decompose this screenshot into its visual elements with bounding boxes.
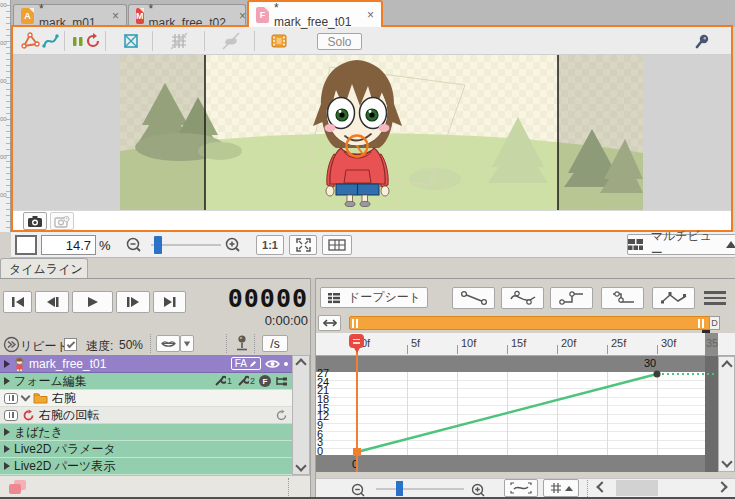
eye-icon[interactable]	[265, 359, 280, 369]
camera-timer-icon	[54, 215, 70, 228]
expander-icon[interactable]	[4, 445, 10, 453]
close-icon[interactable]: ×	[239, 9, 246, 23]
animation-curve[interactable]	[316, 350, 717, 475]
tracks-scrollbar[interactable]	[292, 355, 310, 475]
camera-timer-button[interactable]	[50, 212, 74, 230]
tab-label: * mark_free_t01	[274, 1, 354, 29]
per-second-button[interactable]: /s	[262, 335, 288, 352]
track-row-right-arm-rotation[interactable]: 右腕の回転	[0, 407, 292, 424]
loop-record-icon[interactable]	[83, 31, 103, 51]
wrench1-icon[interactable]: 1	[213, 375, 232, 388]
work-area-range-bar[interactable]	[349, 316, 717, 330]
chevron-down-icon[interactable]	[21, 392, 31, 402]
hscroll-thumb[interactable]	[616, 480, 658, 496]
play-button[interactable]	[72, 291, 113, 313]
multiview-button[interactable]: マルチビュー	[627, 234, 735, 255]
speed-value[interactable]: 50%	[119, 338, 143, 352]
track-row-live2d-parts[interactable]: Live2D パーツ表示	[0, 458, 292, 475]
track-row-form-edit[interactable]: フォーム編集 1 2 F	[0, 373, 292, 390]
close-icon[interactable]: ×	[367, 8, 374, 22]
film-frame-icon[interactable]	[269, 31, 289, 51]
prev-frame-button[interactable]	[35, 291, 69, 313]
scroll-up-icon[interactable]	[721, 360, 732, 371]
form-circle-icon[interactable]: F	[259, 375, 271, 387]
guide-grid-button[interactable]	[322, 235, 352, 255]
graph-menu-icon[interactable]	[704, 289, 726, 307]
track-row-right-arm-folder[interactable]: 右腕	[0, 390, 292, 407]
expander-icon[interactable]	[4, 462, 10, 470]
track-label: Live2D パラメータ	[14, 441, 288, 458]
tab-mark-m01[interactable]: A * mark_m01 ×	[13, 4, 127, 27]
expander-icon[interactable]	[4, 428, 10, 436]
lipsync-dropdown[interactable]	[180, 335, 194, 352]
tab-mark-free-t01[interactable]: F * mark_free_t01 ×	[247, 0, 383, 27]
zoom-in-icon[interactable]	[223, 235, 243, 255]
fit-curve-view-button[interactable]	[504, 479, 538, 497]
grid-options-button[interactable]	[543, 479, 579, 497]
track-row-live2d-parameters[interactable]: Live2D パラメータ	[0, 441, 292, 458]
lipsync-button[interactable]	[156, 335, 180, 352]
model-doc-icon: M	[136, 8, 144, 24]
fa-edit-badge[interactable]: FA	[231, 357, 261, 370]
track-row-blink[interactable]: まばたき	[0, 424, 292, 441]
next-frame-button[interactable]	[116, 291, 150, 313]
playhead-pin[interactable]	[349, 334, 364, 348]
zoom-out-icon[interactable]	[124, 235, 144, 255]
curve-fit-button[interactable]	[652, 287, 695, 309]
timeline-tab[interactable]: タイムライン	[0, 258, 88, 279]
ruler-tick-30f: 30f	[661, 337, 676, 349]
camera-capture-button[interactable]	[23, 212, 47, 230]
tab-mark-free-t02[interactable]: M * mark_free_t02 ×	[128, 4, 246, 27]
curve-tool-icon[interactable]	[40, 31, 60, 51]
track-row-model[interactable]: mark_free_t01 FA	[0, 355, 292, 373]
keyframe-end[interactable]	[654, 371, 661, 378]
graph-zoom-track[interactable]	[376, 488, 464, 490]
loupe-tool-icon[interactable]	[692, 31, 712, 51]
pencil-icon	[249, 360, 257, 368]
expander-icon[interactable]	[4, 377, 10, 385]
zoom-percent-input[interactable]: 14.7	[41, 235, 96, 255]
scroll-down-icon[interactable]	[295, 460, 306, 471]
close-icon[interactable]: ×	[112, 9, 119, 23]
shape-disabled-icon[interactable]	[221, 31, 241, 51]
curve-linear-button[interactable]	[452, 287, 495, 309]
grid-disabled-icon[interactable]	[169, 31, 189, 51]
hierarchy-icon[interactable]	[275, 375, 288, 387]
range-end-handle[interactable]	[698, 319, 705, 328]
document-tabbar: A * mark_m01 × M * mark_free_t02 × F * m…	[11, 0, 735, 27]
expander-icon[interactable]	[4, 360, 10, 368]
go-to-start-button[interactable]	[3, 291, 32, 313]
mesh-edit-icon[interactable]	[20, 31, 40, 51]
hscroll-right-icon[interactable]	[718, 483, 726, 491]
graph-zoom-handle[interactable]	[396, 481, 403, 496]
scroll-down-icon[interactable]	[721, 456, 732, 467]
curve-step-inverse-button[interactable]	[601, 287, 644, 309]
playhead-line[interactable]	[356, 336, 358, 472]
background-color-swatch[interactable]	[15, 235, 37, 255]
graph-vscrollbar[interactable]	[718, 356, 735, 472]
stage-canvas[interactable]	[13, 55, 731, 210]
deformer-box-icon[interactable]	[121, 31, 141, 51]
hscroll-left-icon[interactable]	[598, 483, 606, 491]
range-d-marker[interactable]: D	[709, 316, 720, 330]
reset-rotation-icon[interactable]	[275, 409, 288, 422]
loop-playback-icon[interactable]	[1, 334, 21, 354]
curve-smooth-button[interactable]	[501, 287, 544, 309]
keyframe-pin-icon[interactable]	[232, 333, 252, 353]
scene-copy-icon[interactable]	[8, 479, 28, 496]
wrench2-icon[interactable]: 2	[236, 375, 255, 388]
scroll-up-icon[interactable]	[295, 358, 306, 369]
go-to-end-button[interactable]	[153, 291, 186, 313]
track-label: まばたき	[14, 424, 288, 441]
triangle-up-icon	[565, 486, 573, 491]
actual-size-button[interactable]: 1:1	[256, 235, 284, 255]
range-start-handle[interactable]	[352, 319, 359, 328]
zoom-slider-handle[interactable]	[154, 236, 162, 254]
chevron-down-icon	[184, 341, 190, 346]
curve-step-button[interactable]	[550, 287, 593, 309]
fit-range-button[interactable]	[318, 315, 341, 331]
solo-button[interactable]: Solo	[317, 33, 362, 50]
dopesheet-button[interactable]: ドープシート	[320, 287, 428, 308]
fit-view-button[interactable]	[289, 235, 317, 255]
repeat-checkbox[interactable]	[64, 338, 77, 351]
